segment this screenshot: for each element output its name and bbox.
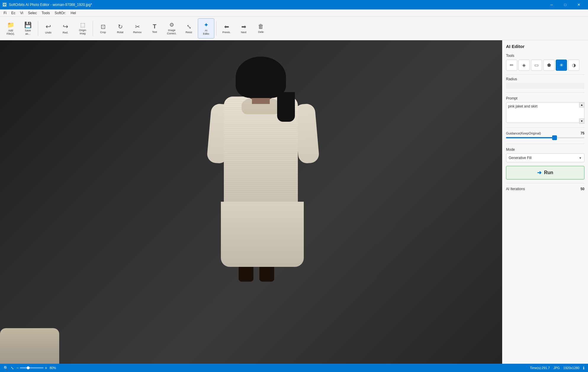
menu-ec[interactable]: Ec: [9, 9, 18, 16]
delete-label: Dele: [258, 31, 264, 33]
undo-icon: ↩: [46, 23, 51, 31]
star-brush-icon: ✳: [560, 62, 563, 68]
eraser-icon: ◈: [522, 62, 526, 68]
crop-label: Crop: [100, 31, 106, 34]
guidance-slider-fill: [506, 137, 555, 138]
original-label: OriginImag: [79, 29, 86, 35]
prompt-container: pink jaket and skirt ▲ ▼: [506, 102, 584, 124]
mode-label: Mode: [506, 147, 584, 152]
menu-tools[interactable]: Tools: [39, 9, 52, 16]
iterations-value: 50: [581, 187, 584, 191]
prompt-textarea[interactable]: pink jaket and skirt: [506, 102, 584, 123]
tool-eraser[interactable]: ◈: [518, 60, 530, 71]
sofa: [0, 328, 59, 364]
radius-slider[interactable]: [506, 83, 584, 89]
close-button[interactable]: ✕: [572, 0, 586, 9]
menu-softor[interactable]: SoftOr:: [52, 9, 68, 16]
toolbar: 📁 AddFile(s). 💾 Saveas... ↩ Undo ↪ Red. …: [0, 17, 588, 40]
remove-button[interactable]: ✂ Remov: [129, 18, 146, 39]
menu-fi[interactable]: Fi: [1, 9, 9, 16]
next-button[interactable]: ➡ Next: [235, 18, 252, 39]
tool-lasso[interactable]: ⬟: [543, 60, 555, 71]
save-icon: 💾: [24, 21, 32, 28]
resize-button[interactable]: ⤡ Resiz: [181, 18, 197, 39]
ai-editor-button[interactable]: ✦ AIEdito: [198, 18, 214, 39]
prompt-scrollbar: ▲ ▼: [579, 102, 584, 124]
menu-hel[interactable]: Hel: [68, 9, 78, 16]
text-button[interactable]: T Text: [146, 18, 163, 39]
maximize-button[interactable]: □: [558, 0, 572, 9]
ai-editor-label: AIEdito: [203, 29, 209, 36]
remove-label: Remov: [133, 31, 142, 34]
mode-dropdown[interactable]: Generative Fill ▼: [506, 153, 584, 162]
crop-icon: ⊡: [101, 23, 106, 30]
app-icon: 🖼: [2, 2, 7, 7]
original-button[interactable]: ⬚ OriginImag: [74, 18, 91, 39]
iterations-section: AI Iterations 50: [506, 187, 584, 191]
canvas-area[interactable]: [0, 40, 502, 364]
run-button[interactable]: ➜ Run: [506, 166, 584, 179]
add-files-label: AddFile(s).: [7, 29, 15, 36]
image-correct-button[interactable]: ⚙ ImageCorrect.: [163, 18, 180, 39]
tool-pen[interactable]: ✏: [506, 60, 517, 71]
titlebar-left: 🖼 SoftOrbits AI Photo Editor - woman-970…: [2, 2, 92, 7]
save-label: Saveas...: [25, 29, 31, 36]
menubar: Fi Ec Vi Selec Tools SoftOr: Hel: [0, 9, 588, 17]
previous-button[interactable]: ⬅ Previo.: [218, 18, 235, 39]
zoom-plus-button[interactable]: +: [45, 365, 47, 370]
tool-star-brush[interactable]: ✳: [556, 60, 567, 71]
guidance-value: 75: [581, 131, 584, 135]
time-display: Time(s):291.7: [530, 366, 550, 370]
redo-label: Red.: [62, 31, 68, 34]
original-icon: ⬚: [80, 22, 85, 28]
run-arrow-icon: ➜: [537, 169, 542, 176]
menu-selec[interactable]: Selec: [25, 9, 39, 16]
run-label: Run: [544, 170, 553, 175]
rotate-button[interactable]: ↻ Rotat: [112, 18, 128, 39]
divider-3: [506, 127, 584, 128]
redo-button[interactable]: ↪ Red.: [57, 18, 74, 39]
text-icon: T: [153, 23, 156, 30]
tool-rectangle[interactable]: ▭: [531, 60, 542, 71]
figure: [206, 57, 319, 279]
divider-5: [506, 183, 584, 183]
prompt-label: Prompt: [506, 96, 584, 100]
panel-title: AI Editor: [506, 44, 584, 49]
zoom-slider[interactable]: [20, 367, 44, 368]
crop-button[interactable]: ⊡ Crop: [95, 18, 111, 39]
main-layout: AI Editor Tools ✏ ◈ ▭ ⬟ ✳: [0, 40, 588, 364]
undo-button[interactable]: ↩ Undo: [40, 18, 57, 39]
statusbar-search-icon: 🔍: [4, 366, 8, 370]
zoom-thumb[interactable]: [27, 366, 30, 369]
delete-button[interactable]: 🗑 Dele: [253, 18, 269, 39]
format-display: JPG: [553, 366, 560, 370]
add-files-button[interactable]: 📁 AddFile(s).: [2, 18, 19, 39]
next-label: Next: [241, 31, 247, 34]
radius-label: Radius: [506, 77, 584, 81]
dimensions-display: 1920x1280: [563, 366, 579, 370]
redo-icon: ↪: [63, 23, 68, 31]
save-as-button[interactable]: 💾 Saveas...: [20, 18, 36, 39]
next-icon: ➡: [241, 23, 246, 30]
menu-vi[interactable]: Vi: [18, 9, 25, 16]
undo-label: Undo: [45, 31, 52, 34]
guidance-slider-track[interactable]: [506, 137, 584, 138]
prompt-scroll-up[interactable]: ▲: [579, 102, 584, 108]
guidance-label: Guidance(KeepOriginal): [506, 132, 541, 135]
window-title: SoftOrbits AI Photo Editor - woman-97088…: [9, 3, 92, 7]
statusbar-fit-icon: ⤡: [11, 366, 14, 370]
guidance-slider-thumb[interactable]: [552, 135, 557, 140]
minimize-button[interactable]: ─: [545, 0, 558, 9]
photo-canvas: [0, 40, 502, 364]
figure-hair: [236, 57, 286, 98]
tool-palette[interactable]: ◑: [568, 60, 579, 71]
prompt-scroll-down[interactable]: ▼: [579, 118, 584, 124]
mode-section: Mode Generative Fill ▼: [506, 147, 584, 162]
separator-2: [93, 21, 93, 36]
delete-icon: 🗑: [258, 23, 264, 30]
rectangle-icon: ▭: [534, 62, 539, 68]
image-correct-icon: ⚙: [169, 22, 174, 28]
statusbar-right: Time(s):291.7 JPG 1920x1280 ℹ: [530, 366, 584, 370]
window-controls: ─ □ ✕: [545, 0, 586, 9]
zoom-minus-button[interactable]: −: [16, 365, 19, 370]
